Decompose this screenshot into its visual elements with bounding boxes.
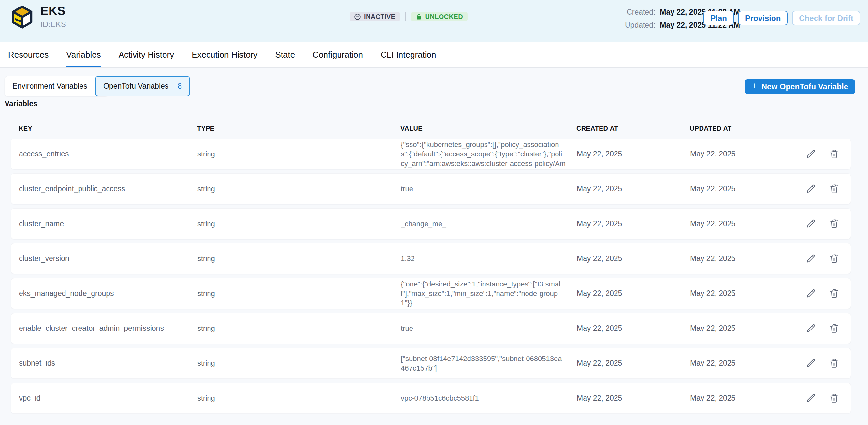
variable-updated-at: May 22, 2025 [690,394,783,402]
column-header-created-at: CREATED AT [577,125,690,132]
column-header-updated-at: UPDATED AT [690,125,783,132]
delete-variable-button[interactable] [829,323,839,334]
tab-cli-integration[interactable]: CLI Integration [380,42,436,67]
table-row: vpc_id string vpc-078b51c6cbc5581f1 May … [11,383,851,414]
plan-button[interactable]: Plan [704,11,734,25]
title-block: EKS ID:EKS [40,4,66,29]
tab-activity-history[interactable]: Activity History [119,42,174,67]
trash-icon [829,323,839,334]
trash-icon [829,393,839,403]
variable-value: 1.32 [401,254,577,263]
lock-badge: UNLOCKED [411,12,468,21]
opentofu-cube-logo-icon [9,5,35,31]
row-actions [783,393,843,403]
delete-variable-button[interactable] [829,393,839,403]
row-actions [783,219,843,229]
table-row: access_entries string {"sso":{"kubernete… [11,139,851,170]
circle-minus-icon [354,13,361,20]
variable-type: string [197,254,401,263]
provision-button[interactable]: Provision [738,11,787,25]
opentofu-variables-count: 8 [178,82,182,91]
pencil-icon [806,323,816,334]
page-title: EKS [40,4,66,18]
trash-icon [829,358,839,369]
section-title: Variables [5,99,37,108]
variable-updated-at: May 22, 2025 [690,150,783,158]
check-for-drift-button[interactable]: Check for Drift [792,11,860,25]
main-tabbar: Resources Variables Activity History Exe… [0,42,868,68]
variable-created-at: May 22, 2025 [577,219,690,228]
variable-created-at: May 22, 2025 [577,184,690,193]
variable-value: ["subnet-08f14e7142d333595","subnet-0680… [401,354,577,373]
plus-icon: + [752,81,757,91]
variable-type: string [197,185,401,193]
table-row: cluster_version string 1.32 May 22, 2025… [11,243,851,274]
variable-value: true [401,184,577,193]
row-actions [783,289,843,299]
environment-variables-tab[interactable]: Environment Variables 1 [5,76,108,96]
environment-variables-label: Environment Variables [12,82,87,91]
variable-value: {"sso":{"kubernetes_groups":[],"policy_a… [401,140,577,169]
edit-variable-button[interactable] [806,149,816,159]
edit-variable-button[interactable] [806,393,816,403]
table-row: eks_managed_node_groups string {"one":{"… [11,278,851,309]
variable-type: string [197,359,401,368]
delete-variable-button[interactable] [829,184,839,194]
variable-type: string [197,290,401,298]
row-actions [783,323,843,334]
variable-key: subnet_ids [19,359,197,368]
trash-icon [829,289,839,299]
delete-variable-button[interactable] [829,358,839,369]
edit-variable-button[interactable] [806,358,816,369]
row-actions [783,149,843,159]
variable-updated-at: May 22, 2025 [690,289,783,298]
lock-badge-label: UNLOCKED [425,13,463,21]
variable-key: cluster_name [19,219,197,228]
variables-table-body: access_entries string {"sso":{"kubernete… [11,139,851,418]
variables-content: Environment Variables 1 OpenTofu Variabl… [0,68,868,425]
page-subtitle: ID:EKS [40,20,66,29]
variable-created-at: May 22, 2025 [577,324,690,333]
opentofu-variables-tab[interactable]: OpenTofu Variables 8 [95,76,190,96]
variable-updated-at: May 22, 2025 [690,184,783,193]
tab-resources[interactable]: Resources [8,42,49,67]
page-header: EKS ID:EKS INACTIVE UNLOCKED Create [0,0,868,42]
variable-updated-at: May 22, 2025 [690,359,783,368]
variable-type: string [197,150,401,158]
tab-execution-history[interactable]: Execution History [192,42,257,67]
variable-created-at: May 22, 2025 [577,254,690,263]
updated-label: Updated: [625,21,655,30]
tab-variables[interactable]: Variables [66,42,101,67]
variable-type: string [197,394,401,402]
edit-variable-button[interactable] [806,289,816,299]
edit-variable-button[interactable] [806,253,816,264]
edit-variable-button[interactable] [806,323,816,334]
new-opentofu-variable-button[interactable]: + New OpenTofu Variable [745,79,855,94]
column-header-value: VALUE [400,125,577,132]
trash-icon [829,149,839,159]
variable-updated-at: May 22, 2025 [690,324,783,333]
table-row: subnet_ids string ["subnet-08f14e7142d33… [11,348,851,379]
variable-key: eks_managed_node_groups [19,289,197,298]
tab-state[interactable]: State [275,42,295,67]
delete-variable-button[interactable] [829,219,839,229]
pencil-icon [806,253,816,264]
table-row: cluster_endpoint_public_access string tr… [11,173,851,204]
variable-value: {"one":{"desired_size":1,"instance_types… [401,279,577,308]
variable-created-at: May 22, 2025 [577,394,690,402]
table-row: cluster_name string _change_me_ May 22, … [11,208,851,239]
delete-variable-button[interactable] [829,149,839,159]
edit-variable-button[interactable] [806,184,816,194]
edit-variable-button[interactable] [806,219,816,229]
row-actions [783,358,843,369]
variable-created-at: May 22, 2025 [577,359,690,368]
tab-configuration[interactable]: Configuration [312,42,363,67]
delete-variable-button[interactable] [829,289,839,299]
trash-icon [829,253,839,264]
pencil-icon [806,149,816,159]
variable-key: vpc_id [19,394,197,402]
delete-variable-button[interactable] [829,253,839,264]
pencil-icon [806,219,816,229]
pencil-icon [806,184,816,194]
trash-icon [829,219,839,229]
